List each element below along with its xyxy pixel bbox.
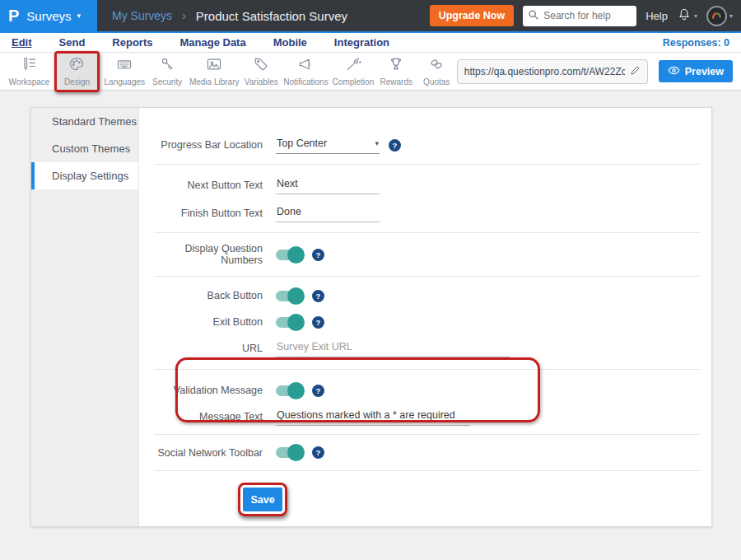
toolbar-media-library[interactable]: Media Library [188, 54, 241, 90]
back-button-label: Back Button [152, 290, 276, 301]
help-icon[interactable]: ? [312, 446, 324, 459]
eye-icon [668, 66, 680, 77]
help-icon[interactable]: ? [389, 139, 401, 152]
help-icon[interactable]: ? [312, 316, 324, 329]
next-button-text-input[interactable] [276, 176, 380, 194]
caret-down-icon: ▾ [729, 12, 733, 20]
help-link[interactable]: Help [645, 10, 668, 22]
chain-link-icon [428, 56, 445, 75]
save-annotation-box: Save [238, 483, 287, 516]
nav-send[interactable]: Send [59, 36, 86, 49]
exit-button-toggle[interactable] [276, 317, 303, 328]
tag-icon [253, 56, 269, 75]
search-input[interactable] [542, 9, 631, 22]
avatar [706, 6, 727, 26]
design-settings-panel: Standard Themes Custom Themes Display Se… [30, 107, 712, 527]
page-title: Product Satisfaction Survey [196, 9, 347, 23]
save-button[interactable]: Save [243, 488, 282, 511]
edit-toolbar: Workspace Design Languages Security Medi… [0, 53, 741, 91]
toolbar-security[interactable]: Security [147, 54, 188, 90]
keyboard-icon [116, 56, 133, 75]
help-icon[interactable]: ? [312, 290, 324, 302]
validation-message-toggle[interactable] [276, 385, 303, 396]
exit-url-label: URL [152, 343, 276, 354]
upgrade-now-button[interactable]: Upgrade Now [430, 5, 515, 26]
app-menu-label: Surveys [26, 9, 71, 23]
display-question-numbers-toggle[interactable] [276, 250, 303, 260]
nav-manage-data[interactable]: Manage Data [179, 36, 245, 49]
caret-down-icon: ▾ [375, 140, 379, 147]
nav-reports[interactable]: Reports [112, 36, 152, 49]
palette-icon [68, 56, 85, 75]
workspace-icon [21, 56, 37, 75]
message-text-input[interactable] [276, 408, 470, 426]
breadcrumb: My Surveys › Product Satisfaction Survey [112, 0, 347, 31]
survey-url-text: https://qa.questionpro.com/t/AW22Zcq2J [464, 66, 625, 77]
progress-bar-location-select[interactable]: Top Center ▾ [276, 136, 380, 154]
survey-url-field[interactable]: https://qa.questionpro.com/t/AW22Zcq2J [457, 59, 648, 84]
caret-down-icon: ▾ [694, 12, 697, 20]
toolbar-workspace[interactable]: Workspace [7, 54, 52, 90]
validation-message-label: Validation Message [152, 385, 276, 396]
notifications-menu[interactable]: ▾ [677, 7, 697, 26]
social-network-toolbar-toggle[interactable] [276, 447, 303, 458]
search-icon [528, 8, 538, 23]
app-menu[interactable]: P Surveys ▾ [0, 0, 97, 31]
display-question-numbers-label: Display Question Numbers [152, 243, 276, 266]
toolbar-design[interactable]: Design [57, 54, 97, 90]
image-icon [206, 56, 222, 75]
social-network-toolbar-label: Social Network Toolbar [152, 447, 276, 459]
toolbar-completion[interactable]: Completion [330, 54, 376, 90]
account-menu[interactable]: ▾ [706, 6, 733, 26]
help-search-box[interactable] [523, 6, 636, 26]
toolbar-languages[interactable]: Languages [102, 54, 147, 90]
questionpro-logo-icon: P [8, 7, 19, 24]
toolbar-notifications[interactable]: Notifications [282, 54, 330, 90]
help-icon[interactable]: ? [312, 249, 324, 261]
design-annotation-box: Design [54, 51, 100, 92]
progress-bar-location-label: Progress Bar Location [152, 139, 276, 151]
edit-pencil-icon[interactable] [630, 64, 641, 79]
caret-down-icon: ▾ [77, 12, 82, 20]
back-button-toggle[interactable] [276, 291, 303, 301]
chevron-right-icon: › [182, 9, 186, 22]
magic-wand-icon [345, 56, 361, 75]
next-button-text-label: Next Button Text [152, 180, 276, 191]
finish-button-text-label: Finish Button Text [152, 208, 276, 219]
bell-icon [677, 7, 692, 26]
survey-nav: Edit Send Reports Manage Data Mobile Int… [0, 33, 741, 53]
toolbar-quotas[interactable]: Quotas [417, 54, 457, 90]
help-icon[interactable]: ? [312, 385, 324, 397]
preview-button[interactable]: Preview [659, 60, 733, 82]
megaphone-icon [297, 56, 314, 75]
nav-mobile[interactable]: Mobile [273, 36, 307, 49]
nav-integration[interactable]: Integration [334, 36, 389, 49]
exit-url-input[interactable] [276, 339, 510, 357]
sidebar-item-custom-themes[interactable]: Custom Themes [31, 135, 138, 162]
finish-button-text-input[interactable] [276, 204, 380, 222]
toolbar-rewards[interactable]: Rewards [376, 54, 417, 90]
exit-button-label: Exit Button [152, 316, 276, 328]
sidebar-item-display-settings[interactable]: Display Settings [31, 162, 138, 189]
sidebar-item-standard-themes[interactable]: Standard Themes [31, 108, 138, 135]
nav-edit[interactable]: Edit [12, 36, 32, 49]
breadcrumb-my-surveys[interactable]: My Surveys [112, 9, 172, 22]
responses-count: Responses: 0 [663, 37, 729, 49]
top-header: P Surveys ▾ My Surveys › Product Satisfa… [0, 0, 741, 33]
toolbar-variables[interactable]: Variables [241, 54, 282, 90]
key-icon [159, 56, 175, 75]
message-text-label: Message Text [152, 411, 276, 422]
themes-sidebar: Standard Themes Custom Themes Display Se… [31, 108, 139, 526]
display-settings-form: Progress Bar Location Top Center ▾ ? Nex… [139, 108, 711, 526]
trophy-icon [388, 56, 404, 75]
